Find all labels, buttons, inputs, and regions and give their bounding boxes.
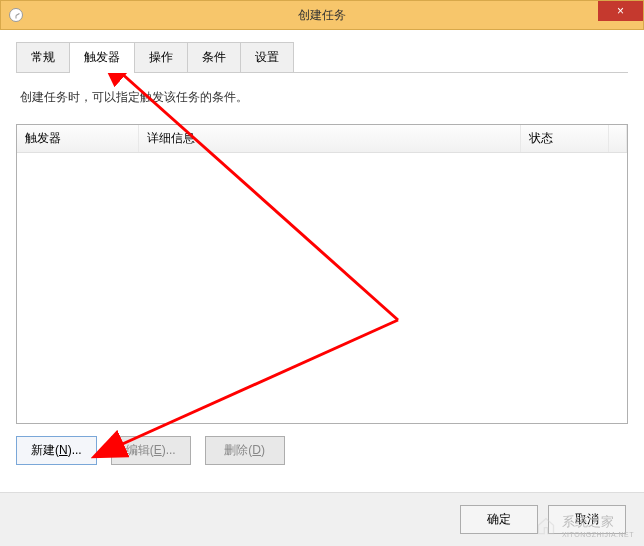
edit-button-hotkey: E [154, 443, 162, 457]
ok-button[interactable]: 确定 [460, 505, 538, 534]
dialog-content: 常规 触发器 操作 条件 设置 创建任务时，可以指定触发该任务的条件。 触发器 … [0, 30, 644, 477]
column-header-trigger[interactable]: 触发器 [17, 125, 139, 152]
tab-settings-label: 设置 [255, 50, 279, 64]
window-title: 创建任务 [298, 7, 346, 24]
tab-settings[interactable]: 设置 [240, 42, 294, 72]
column-header-detail[interactable]: 详细信息 [139, 125, 521, 152]
triggers-table: 触发器 详细信息 状态 [16, 124, 628, 424]
delete-button[interactable]: 删除(D) [205, 436, 285, 465]
delete-button-prefix: 删除( [224, 443, 252, 457]
tab-description: 创建任务时，可以指定触发该任务的条件。 [20, 89, 624, 106]
new-button-hotkey: N [59, 443, 68, 457]
tab-triggers[interactable]: 触发器 [69, 42, 135, 72]
delete-button-hotkey: D [252, 443, 261, 457]
column-header-status[interactable]: 状态 [521, 125, 609, 152]
close-icon: × [617, 4, 624, 18]
new-button[interactable]: 新建(N)... [16, 436, 97, 465]
tab-triggers-label: 触发器 [84, 50, 120, 64]
edit-button[interactable]: 编辑(E)... [111, 436, 191, 465]
column-header-scrollgap [609, 125, 627, 152]
close-button[interactable]: × [598, 1, 643, 21]
trigger-action-buttons: 新建(N)... 编辑(E)... 删除(D) [16, 436, 628, 465]
tab-general[interactable]: 常规 [16, 42, 70, 72]
tab-actions[interactable]: 操作 [134, 42, 188, 72]
tab-general-label: 常规 [31, 50, 55, 64]
new-button-prefix: 新建( [31, 443, 59, 457]
delete-button-suffix: ) [261, 443, 265, 457]
tab-conditions[interactable]: 条件 [187, 42, 241, 72]
edit-button-suffix: )... [162, 443, 176, 457]
dialog-button-bar: 确定 取消 [0, 492, 644, 546]
clock-icon [9, 8, 23, 22]
new-button-suffix: )... [68, 443, 82, 457]
tab-actions-label: 操作 [149, 50, 173, 64]
table-header-row: 触发器 详细信息 状态 [17, 125, 627, 153]
tab-strip: 常规 触发器 操作 条件 设置 [16, 42, 628, 73]
edit-button-prefix: 编辑( [126, 443, 154, 457]
title-bar: 创建任务 × [0, 0, 644, 30]
tab-conditions-label: 条件 [202, 50, 226, 64]
cancel-button[interactable]: 取消 [548, 505, 626, 534]
